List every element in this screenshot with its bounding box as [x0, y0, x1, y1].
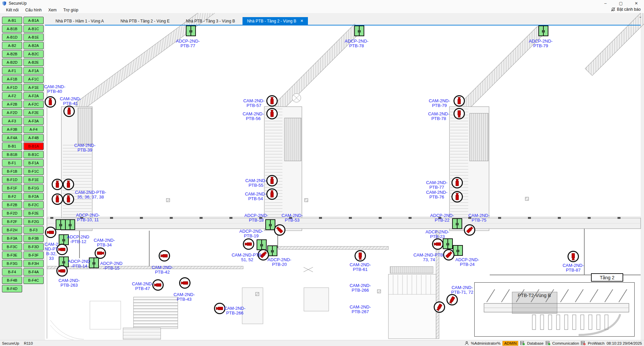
camera-icon[interactable]	[446, 294, 458, 305]
zone-button-a-f2d[interactable]: A-F2D	[2, 109, 22, 116]
zone-button-a-b1c[interactable]: A-B1C	[23, 25, 44, 33]
zone-button-a-f1e[interactable]: A-F1E	[23, 84, 44, 91]
zone-button-b-f4[interactable]: B-F4	[2, 268, 22, 276]
enable-alarm-button[interactable]: Bật cảnh báo	[611, 7, 641, 12]
zone-button-a-b2d[interactable]: A-B2D	[2, 59, 22, 66]
menu-item-kết-nối[interactable]: Kết nối	[3, 7, 22, 13]
zone-button-b-f3c[interactable]: B-F3C	[2, 243, 22, 250]
zone-button-b-f2g[interactable]: B-F2G	[23, 218, 44, 225]
tab-1[interactable]: Nhà PTB - Hầm 1 - Vùng A	[47, 17, 112, 25]
zone-button-a-b1b[interactable]: A-B1B	[2, 25, 22, 33]
zone-button-b-f3d[interactable]: B-F3D	[23, 243, 44, 250]
zone-button-b-f3g[interactable]: B-F3G	[2, 260, 22, 267]
zone-button-b-b1b[interactable]: B-B1B	[2, 151, 22, 158]
zone-button-b-f3[interactable]: B-F3	[23, 226, 44, 234]
zone-button-a-b1e[interactable]: A-B1E	[23, 34, 44, 41]
close-icon[interactable]: ✕	[629, 0, 644, 7]
access-door-icon[interactable]	[443, 238, 453, 249]
zone-button-b-f3h[interactable]: B-F3H	[23, 260, 44, 267]
zone-button-b-f2a[interactable]: B-F2A	[23, 193, 44, 200]
overview-minimap[interactable]: PTB-T2-Vùng B	[474, 282, 635, 337]
camera-icon[interactable]	[274, 224, 285, 236]
zone-button-b-f1g[interactable]: B-F1G	[23, 184, 44, 192]
camera-icon[interactable]	[434, 301, 445, 313]
zone-button-b-f1a[interactable]: B-F1A	[23, 159, 44, 167]
access-door-icon[interactable]	[354, 25, 364, 36]
zone-button-b-f3e[interactable]: B-F3E	[2, 251, 22, 259]
camera-icon[interactable]	[432, 238, 443, 250]
tab-close-icon[interactable]: ✕	[300, 19, 303, 23]
tab-2[interactable]: Nhà PTB - Tầng 2 - Vùng E	[112, 17, 178, 25]
zone-button-a-f2e[interactable]: A-F2E	[23, 109, 44, 116]
zone-button-b-f1f[interactable]: B-F1F	[2, 184, 22, 192]
zone-button-b-f3f[interactable]: B-F3F	[23, 251, 44, 259]
camera-icon[interactable]	[159, 250, 170, 262]
zone-button-a-f1c[interactable]: A-F1C	[23, 75, 44, 83]
zone-button-b-f1c[interactable]: B-F1C	[23, 168, 44, 175]
tab-3[interactable]: Nhà PTB - Tầng 3 - Vùng B	[178, 17, 243, 25]
zone-button-a-f2c[interactable]: A-F2C	[23, 101, 44, 108]
zone-button-a-f2a[interactable]: A-F2A	[23, 92, 44, 100]
zone-button-a-f3a[interactable]: A-F3A	[23, 117, 44, 125]
floor-label-box[interactable]: Tầng 2	[591, 273, 623, 282]
camera-icon[interactable]	[179, 277, 191, 289]
zone-button-a-f3b[interactable]: A-F3B	[2, 126, 22, 133]
zone-button-b-f2b[interactable]: B-F2B	[2, 201, 22, 209]
zone-button-a-b1d[interactable]: A-B1D	[2, 34, 22, 41]
tab-4[interactable]: Nhà PTB - Tầng 2 - Vùng B✕	[243, 17, 308, 25]
zone-button-b-f1e[interactable]: B-F1E	[23, 176, 44, 183]
access-door-icon[interactable]	[56, 219, 66, 230]
zone-button-a-f4b[interactable]: A-F4B	[23, 134, 44, 141]
minimize-icon[interactable]: –	[598, 0, 613, 7]
zone-button-a-f3[interactable]: A-F3	[2, 117, 22, 125]
zone-button-a-b2a[interactable]: A-B2A	[23, 42, 44, 49]
maximize-icon[interactable]: ▢	[613, 0, 629, 7]
zone-button-a-b2b[interactable]: A-B2B	[2, 50, 22, 58]
zone-button-a-f4a[interactable]: A-F4A	[2, 134, 22, 141]
zone-button-a-b2e[interactable]: A-B2E	[23, 59, 44, 66]
camera-icon[interactable]	[52, 179, 63, 190]
zone-button-a-f1d[interactable]: A-F1D	[2, 84, 22, 91]
zone-button-a-f1a[interactable]: A-F1A	[23, 67, 44, 74]
camera-icon[interactable]	[45, 227, 56, 238]
camera-icon[interactable]	[355, 250, 366, 262]
zone-button-b-f1[interactable]: B-F1	[2, 159, 22, 167]
menu-item-cấu-hình[interactable]: Cấu hình	[22, 7, 45, 13]
zone-button-b-f2f[interactable]: B-F2F	[2, 218, 22, 225]
zone-button-b-f3b[interactable]: B-F3B	[23, 235, 44, 242]
zone-button-a-f2b[interactable]: A-F2B	[2, 101, 22, 108]
zone-button-b-b1a[interactable]: B-B1A	[23, 142, 44, 150]
camera-icon[interactable]	[464, 224, 475, 236]
access-door-icon[interactable]	[257, 239, 267, 250]
zone-button-a-b2[interactable]: A-B2	[2, 42, 22, 49]
zone-button-b-f2[interactable]: B-F2	[2, 193, 22, 200]
zone-button-b-b1[interactable]: B-B1	[2, 142, 22, 150]
camera-icon[interactable]	[95, 247, 106, 259]
zone-button-b-f2e[interactable]: B-F2E	[23, 210, 44, 217]
zone-button-a-b1[interactable]: A-B1	[2, 17, 22, 24]
zone-button-b-f2c[interactable]: B-F2C	[23, 201, 44, 209]
access-door-icon[interactable]	[186, 25, 196, 36]
camera-icon[interactable]	[568, 251, 579, 262]
menu-item-trợ-giúp[interactable]: Trợ giúp	[60, 7, 82, 13]
zone-button-a-f4[interactable]: A-F4	[23, 126, 44, 133]
zone-button-b-f1b[interactable]: B-F1B	[2, 168, 22, 175]
zone-button-b-b1c[interactable]: B-B1C	[23, 151, 44, 158]
camera-icon[interactable]	[243, 238, 254, 250]
camera-icon[interactable]	[63, 179, 74, 190]
zone-button-a-b2c[interactable]: A-B2C	[23, 50, 44, 58]
zone-button-b-f4c[interactable]: B-F4C	[23, 277, 44, 284]
zone-button-b-f4a[interactable]: B-F4A	[23, 268, 44, 276]
zone-button-b-f2d[interactable]: B-F2D	[2, 210, 22, 217]
access-door-icon[interactable]	[538, 25, 548, 36]
zone-button-b-f4d[interactable]: B-F4D	[2, 285, 22, 292]
zone-button-a-f1[interactable]: A-F1	[2, 67, 22, 74]
camera-icon[interactable]	[52, 193, 63, 205]
zone-button-b-f1d[interactable]: B-F1D	[2, 176, 22, 183]
zone-button-b-f4b[interactable]: B-F4B	[2, 277, 22, 284]
zone-button-a-f2[interactable]: A-F2	[2, 92, 22, 100]
zone-button-b-f2h[interactable]: B-F2H	[2, 226, 22, 234]
camera-icon[interactable]	[63, 106, 75, 117]
tab-overflow-chevron-icon[interactable]: ⌄	[639, 14, 642, 19]
menu-item-xem[interactable]: Xem	[45, 7, 60, 13]
